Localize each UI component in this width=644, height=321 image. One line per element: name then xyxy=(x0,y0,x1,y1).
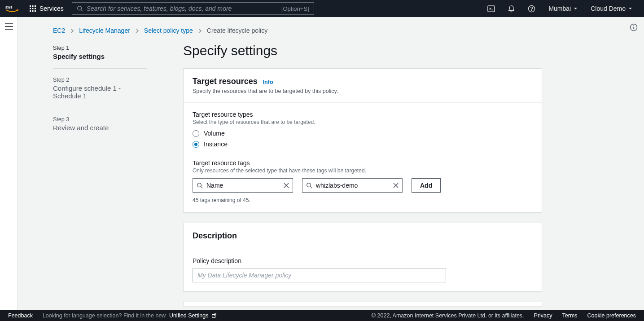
svg-line-23 xyxy=(201,187,203,189)
help-button[interactable] xyxy=(521,0,542,17)
step-3[interactable]: Step 3 Review and create xyxy=(53,116,147,132)
services-menu[interactable]: Services xyxy=(24,5,69,12)
search-icon xyxy=(306,182,312,189)
svg-rect-1 xyxy=(30,5,31,7)
cloudshell-button[interactable] xyxy=(481,0,501,17)
svg-rect-3 xyxy=(35,5,36,7)
step-1[interactable]: Step 1 Specify settings xyxy=(53,45,147,60)
language-prompt: Looking for language selection? Find it … xyxy=(43,312,217,319)
info-panel-toggle[interactable] xyxy=(630,23,638,31)
description-panel: Description Policy description xyxy=(183,223,542,292)
footer-bar: Feedback Looking for language selection?… xyxy=(0,310,644,321)
menu-toggle-icon[interactable] xyxy=(5,23,13,30)
description-heading: Description xyxy=(193,231,237,241)
search-icon xyxy=(77,5,83,12)
step-1-title: Specify settings xyxy=(53,53,147,60)
breadcrumb-select-policy-type[interactable]: Select policy type xyxy=(144,27,193,34)
unified-settings-link[interactable]: Unified Settings xyxy=(169,312,217,319)
target-resources-heading: Target resources xyxy=(193,77,258,86)
breadcrumb-current: Create lifecycle policy xyxy=(207,27,267,34)
clear-icon[interactable] xyxy=(284,183,289,188)
svg-rect-7 xyxy=(30,10,31,12)
tag-value-field[interactable] xyxy=(302,178,403,193)
svg-rect-5 xyxy=(32,8,34,9)
svg-text:aws: aws xyxy=(5,5,13,9)
target-resources-panel: Target resources Info Specify the resour… xyxy=(183,68,542,213)
radio-volume[interactable]: Volume xyxy=(193,130,533,137)
radio-volume-label: Volume xyxy=(204,130,225,137)
caret-down-icon xyxy=(628,7,632,10)
svg-rect-4 xyxy=(30,8,31,9)
notifications-button[interactable] xyxy=(501,0,521,17)
svg-point-20 xyxy=(633,25,634,26)
svg-line-27 xyxy=(311,187,312,189)
terms-link[interactable]: Terms xyxy=(562,312,578,319)
tags-remaining: 45 tags remaining of 45. xyxy=(193,197,533,203)
policy-description-input[interactable] xyxy=(193,268,446,282)
radio-instance-indicator xyxy=(193,141,199,148)
add-tag-button[interactable]: Add xyxy=(412,178,441,193)
svg-point-10 xyxy=(77,6,81,10)
account-label: Cloud Demo xyxy=(591,5,626,12)
next-panel-peek xyxy=(183,302,542,306)
breadcrumb-lifecycle-manager[interactable]: Lifecycle Manager xyxy=(79,27,130,34)
external-link-icon xyxy=(211,313,217,318)
tag-key-input[interactable] xyxy=(206,182,280,189)
svg-point-22 xyxy=(197,183,202,187)
svg-rect-8 xyxy=(32,10,34,12)
account-selector[interactable]: Cloud Demo xyxy=(584,0,639,17)
cloudshell-icon xyxy=(487,5,495,13)
radio-volume-indicator xyxy=(193,130,199,137)
chevron-right-icon xyxy=(70,28,74,33)
resource-types-desc: Select the type of resources that are to… xyxy=(193,119,533,125)
bell-icon xyxy=(508,5,515,13)
global-search-input[interactable] xyxy=(87,5,278,12)
cookie-preferences-link[interactable]: Cookie preferences xyxy=(587,312,636,319)
target-resources-info-link[interactable]: Info xyxy=(263,79,273,85)
feedback-link[interactable]: Feedback xyxy=(8,312,33,319)
search-shortcut-hint: [Option+S] xyxy=(278,5,309,12)
caret-down-icon xyxy=(574,7,578,10)
radio-instance[interactable]: Instance xyxy=(193,141,533,148)
help-icon xyxy=(528,5,535,13)
side-gutter xyxy=(0,17,18,310)
global-search[interactable]: [Option+S] xyxy=(72,2,314,15)
target-resources-subtitle: Specify the resources that are to be tar… xyxy=(193,88,533,94)
svg-point-15 xyxy=(531,10,532,11)
radio-instance-label: Instance xyxy=(204,141,228,148)
search-icon xyxy=(197,182,203,189)
resource-types-label: Target resource types xyxy=(193,111,533,118)
services-grid-icon xyxy=(30,5,36,12)
policy-description-label: Policy description xyxy=(193,257,533,264)
tag-key-field[interactable] xyxy=(193,178,293,193)
aws-logo-icon: aws xyxy=(5,4,19,13)
resource-tags-desc: Only resources of the selected type that… xyxy=(193,167,533,174)
clear-icon[interactable] xyxy=(393,183,399,188)
step-2-label: Step 2 xyxy=(53,77,147,83)
info-icon xyxy=(630,23,638,31)
svg-rect-9 xyxy=(35,10,36,12)
svg-line-11 xyxy=(81,10,83,12)
svg-point-26 xyxy=(307,183,311,187)
resource-tags-label: Target resource tags xyxy=(193,159,533,167)
region-selector[interactable]: Mumbai xyxy=(542,0,584,17)
tag-value-input[interactable] xyxy=(316,182,390,189)
page-title: Specify settings xyxy=(183,43,542,58)
breadcrumb: EC2 Lifecycle Manager Select policy type… xyxy=(18,17,644,34)
region-label: Mumbai xyxy=(548,5,571,12)
breadcrumb-ec2[interactable]: EC2 xyxy=(53,27,65,34)
top-nav: aws Services [Option+S] Mumbai xyxy=(0,0,644,17)
step-3-title: Review and create xyxy=(53,124,147,132)
wizard-steps: Step 1 Specify settings Step 2 Configure… xyxy=(53,43,147,306)
chevron-right-icon xyxy=(136,28,139,33)
services-label: Services xyxy=(39,5,64,12)
privacy-link[interactable]: Privacy xyxy=(534,312,552,319)
step-2-title: Configure schedule 1 - Schedule 1 xyxy=(53,84,147,100)
step-1-label: Step 1 xyxy=(53,45,147,51)
step-2[interactable]: Step 2 Configure schedule 1 - Schedule 1 xyxy=(53,77,147,100)
aws-logo[interactable]: aws xyxy=(5,4,24,13)
copyright: © 2022, Amazon Internet Services Private… xyxy=(372,312,524,319)
svg-rect-6 xyxy=(35,8,36,9)
step-3-label: Step 3 xyxy=(53,116,147,123)
svg-rect-2 xyxy=(32,5,34,7)
